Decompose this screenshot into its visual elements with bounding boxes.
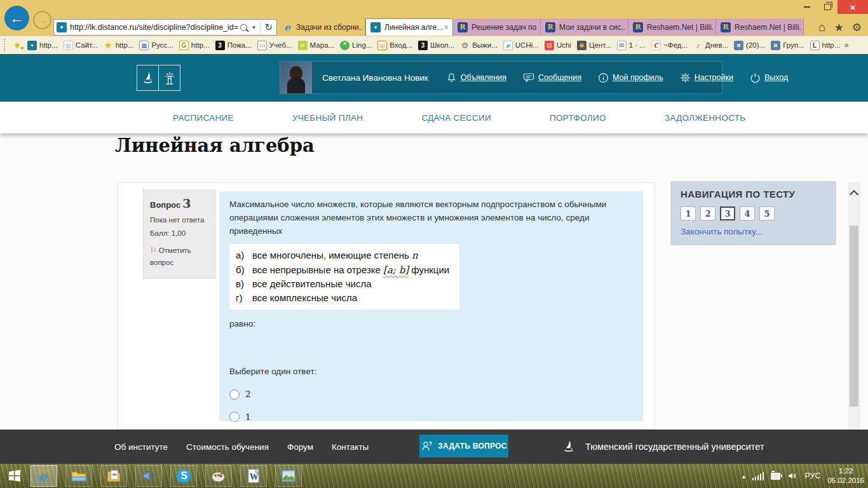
user-name: Светлана Ивановна Новик [322,73,428,83]
footer-link-cost[interactable]: Стоимость обучения [186,442,269,452]
favorites-star-icon[interactable]: ★ [834,21,844,34]
window-controls: × [797,0,868,14]
bookmark[interactable]: ▨Uchi [541,41,574,50]
bookmark[interactable]: ▾http... [25,41,61,50]
tab-reshaem-2[interactable]: R Reshaem.Net | Billi... [716,18,804,36]
nav-sdacha-sessii[interactable]: СДАЧА СЕССИИ [421,113,491,123]
taskbar-paint[interactable] [205,465,232,487]
scrollbar-thumb[interactable] [850,226,858,407]
tab-reshenie[interactable]: R Решение задач по... [453,18,541,36]
refresh-icon[interactable]: ↻ [260,22,273,33]
bookmark[interactable]: ✉1 · ... [614,41,648,50]
bookmark[interactable]: вГруп... [768,41,807,50]
announcements-link[interactable]: Объявления [446,72,506,83]
tray-expand-icon[interactable]: ▴ [742,473,745,480]
bookmark[interactable]: ⚙Выжи... [458,41,501,50]
address-bar[interactable]: ▾ http://lk.distance.ru/site/discipline?… [53,19,277,36]
taskbar-word[interactable]: W [240,465,267,487]
taskbar-skype[interactable]: S [170,465,197,487]
radio-icon[interactable] [229,412,240,422]
bookmark[interactable]: ◉Цент... [574,41,614,50]
close-button[interactable]: × [837,0,868,14]
leaf-icon: ≡ [298,41,308,50]
tab-close-icon[interactable]: × [443,23,450,32]
quiz-nav-question-4[interactable]: 4 [740,207,755,220]
search-icon[interactable] [240,24,247,31]
quiz-nav-question-1[interactable]: 1 [681,207,696,220]
restore-button[interactable] [817,0,837,14]
start-button[interactable] [6,468,23,484]
clock[interactable]: 1:22 05.02.2016 [827,466,864,485]
finish-attempt-link[interactable]: Закончить попытку... [681,227,826,236]
footer-link-forum[interactable]: Форум [287,442,313,452]
minimize-button[interactable] [797,0,817,14]
taskbar-folder[interactable] [100,465,127,487]
network-icon[interactable] [752,472,764,480]
bookmark[interactable]: Lhttp... [807,41,843,50]
footer-link-contacts[interactable]: Контакты [332,442,369,452]
favorites-overflow-chevron[interactable]: » [844,41,849,50]
page-scrollbar[interactable] [848,182,860,430]
bookmark[interactable]: C~Фед... [648,41,690,50]
footer-link-about[interactable]: Об институте [114,442,168,452]
volume-icon[interactable] [787,471,797,480]
flag-question-link[interactable]: ⚐Отметить вопрос [150,245,208,269]
chevron-down-icon[interactable]: ▼ [252,25,257,30]
messages-link[interactable]: Сообщения [523,72,581,83]
forward-button[interactable]: → [33,11,51,29]
ask-question-button[interactable]: ? ЗАДАТЬ ВОПРОС [419,435,508,458]
add-favorite-button[interactable]: ★ [13,40,22,50]
nav-zadolzhennost[interactable]: ЗАДОЛЖЕННОСТЬ [665,113,746,123]
profile-link[interactable]: Мой профиль [598,72,663,83]
list-item: а) все многочлены, имеющие степень n [236,248,453,263]
tray-date: 05.02.2016 [827,477,864,484]
taskbar-volume[interactable] [135,465,162,487]
quiz-nav-question-2[interactable]: 2 [700,207,715,220]
tab-moi-zadachi[interactable]: R Мои задачи в сис... [541,18,628,36]
bookmark[interactable]: 3Школ... [416,41,458,50]
bookmark[interactable]: ▦Русс... [137,41,176,50]
tab-lineynaya-algebra[interactable]: ▾ Линейная алге... × [365,18,453,36]
scroll-up-icon[interactable] [850,190,858,199]
bookmark[interactable]: ♪Днев... [690,41,731,50]
logout-link[interactable]: Выход [750,72,788,83]
bookmark[interactable]: ★http... [100,41,137,50]
tower-logo-icon [159,65,180,91]
nav-raspisanie[interactable]: РАСПИСАНИЕ [173,113,234,123]
bookmark[interactable]: ▭Учеб... [254,41,295,50]
bookmark[interactable]: 3Пожа... [212,41,254,50]
university-logo[interactable] [137,65,180,91]
bookmark[interactable]: ◎Вход... [375,41,416,50]
ie-icon: e [503,41,513,50]
sail-logo-icon [137,65,159,91]
home-icon[interactable]: ⌂ [818,20,825,34]
battery-icon[interactable] [771,473,780,480]
quiz-nav-question-5[interactable]: 5 [759,207,775,220]
tab-zadachi[interactable]: e Задачи из сборни... [278,18,365,36]
bookmark[interactable]: в(20)... [731,41,768,50]
radio-icon[interactable] [229,390,240,400]
url-text[interactable]: http://lk.distance.ru/site/discipline?di… [70,23,238,32]
answer-option[interactable]: 1 [229,410,633,424]
quiz-nav-question-3-current[interactable]: 3 [720,207,735,220]
taskbar-photos[interactable] [275,465,302,487]
gear-icon [680,72,691,83]
taskbar-ie[interactable]: e [31,465,57,487]
university-footer: Тюменский государственный университет [562,430,764,464]
bookmark[interactable]: *Ling... [337,41,375,50]
settings-link[interactable]: Настройки [680,72,733,83]
settings-gear-icon[interactable]: ⚙ [852,21,862,34]
bookmark[interactable]: Ghttp... [176,41,212,50]
nav-uchebny-plan[interactable]: УЧЕБНЫЙ ПЛАН [292,113,363,123]
language-indicator[interactable]: РУС [804,471,820,480]
taskbar-explorer[interactable] [65,465,92,487]
bookmark[interactable]: ◎Сайт... [60,41,100,50]
answer-option[interactable]: 2 [229,388,633,401]
bookmark[interactable]: ≡Мара... [295,41,337,50]
minimize-icon [804,6,810,8]
bookmark[interactable]: eUCHi... [500,41,541,50]
harp-icon: ♪ [693,41,703,50]
nav-portfolio[interactable]: ПОРТФОЛИО [550,113,606,123]
back-button[interactable]: ← [4,6,29,30]
tab-reshaem-1[interactable]: R Reshaem.Net | Billi... [628,18,716,36]
